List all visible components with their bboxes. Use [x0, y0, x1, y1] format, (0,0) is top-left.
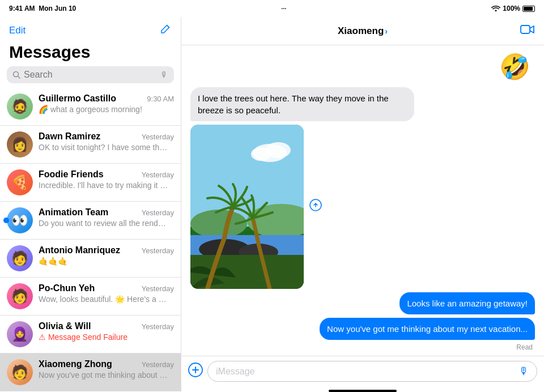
conversation-item-foodie[interactable]: 🍕 Foodie Friends Yesterday Incredible. I… [0, 164, 181, 202]
conv-content: Dawn Ramirez Yesterday OK to visit tonig… [39, 131, 174, 152]
conv-preview: OK to visit tonight? I have some things … [39, 143, 169, 152]
sidebar: Edit Messages 🎙 🧔 G [0, 17, 181, 392]
avatar-olivia: 🧕 [7, 321, 33, 347]
message-placeholder: iMessage [216, 367, 254, 377]
conv-top-row: Xiaomeng Zhong Yesterday [39, 359, 174, 369]
conv-content: Antonio Manriquez Yesterday 🤙🤙🤙 [39, 245, 174, 266]
status-indicators: 100% [491, 5, 535, 13]
avatar-guillermo: 🧔 [7, 93, 33, 120]
conv-name: Dawn Ramirez [39, 131, 100, 142]
conv-name: Olivia & Will [39, 321, 91, 331]
conv-time: 9:30 AM [147, 95, 174, 103]
conversation-item-guillermo[interactable]: 🧔 Guillermo Castillo 9:30 AM 🌈 what a go… [0, 88, 181, 126]
conv-name: Foodie Friends [39, 169, 104, 180]
conv-name: Guillermo Castillo [39, 93, 116, 104]
message-row: Now you've got me thinking about my next… [190, 318, 535, 340]
attachment-button[interactable] [188, 363, 203, 381]
chat-header: Xiaomeng › [181, 17, 544, 45]
message-bubble: I love the trees out here. The way they … [190, 87, 414, 121]
input-mic-button[interactable]: 🎙 [518, 365, 529, 377]
conv-top-row: Antonio Manriquez Yesterday [39, 245, 174, 255]
conv-preview: Wow, looks beautiful. 🌟 Here's a photo o… [39, 295, 169, 304]
avatar-pochun: 🧑 [7, 283, 33, 309]
conversation-item-olivia[interactable]: 🧕 Olivia & Will Yesterday ⚠ Message Send… [0, 316, 181, 353]
conversation-item-animation[interactable]: 👀 Animation Team Yesterday Do you want t… [0, 202, 181, 240]
conv-time: Yesterday [142, 133, 174, 141]
unread-dot [3, 218, 9, 223]
conv-content: Guillermo Castillo 9:30 AM 🌈 what a gorg… [39, 93, 174, 114]
conv-top-row: Dawn Ramirez Yesterday [39, 131, 174, 142]
conv-time: Yesterday [142, 322, 174, 331]
conv-content: Olivia & Will Yesterday ⚠ Message Send F… [39, 321, 174, 342]
conv-time: Yesterday [142, 246, 174, 255]
conv-top-row: Olivia & Will Yesterday [39, 321, 174, 331]
conversation-item-antonio[interactable]: 🧑 Antonio Manriquez Yesterday 🤙🤙🤙 [0, 240, 181, 278]
avatar-animation: 👀 [7, 207, 33, 233]
mic-icon: 🎙 [160, 70, 168, 79]
avatar-xiaomeng: 🧑 [7, 359, 33, 385]
battery-icon [522, 6, 535, 12]
battery-label: 100% [503, 5, 520, 12]
conv-preview: Now you've got me thinking about my next… [39, 370, 169, 380]
conv-preview: 🤙🤙🤙 [39, 257, 169, 266]
photo-message [190, 125, 304, 289]
conv-top-row: Guillermo Castillo 9:30 AM [39, 93, 174, 104]
conv-preview: ⚠ Message Send Failure [39, 333, 169, 342]
input-bar: iMessage 🎙 [181, 356, 544, 389]
edit-button[interactable]: Edit [9, 25, 26, 36]
conv-name: Antonio Manriquez [39, 245, 120, 255]
message-bubble: Looks like an amazing getaway! [400, 292, 535, 314]
message-row: I love the trees out here. The way they … [190, 87, 535, 121]
home-indicator [329, 390, 397, 392]
search-input[interactable] [24, 70, 157, 80]
conv-name: Xiaomeng Zhong [39, 359, 112, 369]
conv-time: Yesterday [142, 360, 174, 369]
avatar-dawn: 👩 [7, 131, 33, 157]
avatar-foodie: 🍕 [7, 169, 33, 195]
emoji-reaction: 🤣 [499, 52, 530, 82]
message-bubble: Now you've got me thinking about my next… [320, 318, 535, 340]
video-call-button[interactable] [520, 24, 535, 37]
search-icon [12, 71, 20, 79]
conv-content: Po-Chun Yeh Yesterday Wow, looks beautif… [39, 283, 174, 304]
conv-preview: Do you want to review all the renders to… [39, 219, 169, 228]
status-time: 9:41 AM Mon Jun 10 [9, 5, 76, 12]
status-bar: 9:41 AM Mon Jun 10 ··· 100% [0, 0, 544, 17]
search-bar[interactable]: 🎙 [7, 66, 174, 83]
conv-name: Animation Team [39, 207, 108, 218]
conversation-item-xiaomeng[interactable]: 🧑 Xiaomeng Zhong Yesterday Now you've go… [0, 353, 181, 391]
conv-top-row: Foodie Friends Yesterday [39, 169, 174, 180]
share-button[interactable] [309, 199, 322, 215]
conv-content: Foodie Friends Yesterday Incredible. I'l… [39, 169, 174, 190]
message-row: Looks like an amazing getaway! [190, 292, 535, 314]
status-dots: ··· [281, 5, 286, 12]
app-container: Edit Messages 🎙 🧔 G [0, 17, 544, 392]
conv-top-row: Animation Team Yesterday [39, 207, 174, 218]
contact-chevron: › [385, 27, 388, 36]
conv-content: Xiaomeng Zhong Yesterday Now you've got … [39, 359, 174, 380]
conversation-item-pochun[interactable]: 🧑 Po-Chun Yeh Yesterday Wow, looks beaut… [0, 278, 181, 316]
avatar-antonio: 🧑 [7, 245, 33, 271]
sidebar-title: Messages [0, 41, 181, 66]
svg-rect-1 [521, 25, 530, 33]
conv-content: Animation Team Yesterday Do you want to … [39, 207, 174, 228]
conv-time: Yesterday [142, 284, 174, 293]
conversation-list: 🧔 Guillermo Castillo 9:30 AM 🌈 what a go… [0, 88, 181, 392]
conv-preview: 🌈 what a gorgeous morning! [39, 105, 169, 114]
conv-preview: Incredible. I'll have to try making it m… [39, 181, 169, 190]
conv-time: Yesterday [142, 208, 174, 217]
sidebar-header: Edit [0, 17, 181, 41]
read-receipt: Read [190, 343, 533, 351]
conv-time: Yesterday [142, 171, 174, 179]
chat-messages: 🤣 I love the trees out here. The way the… [181, 45, 544, 356]
message-input-field[interactable]: iMessage 🎙 [207, 361, 537, 382]
wifi-icon [491, 5, 500, 13]
conversation-item-dawn[interactable]: 👩 Dawn Ramirez Yesterday OK to visit ton… [0, 126, 181, 164]
conv-top-row: Po-Chun Yeh Yesterday [39, 283, 174, 293]
conv-name: Po-Chun Yeh [39, 283, 95, 293]
chat-contact-name[interactable]: Xiaomeng › [338, 25, 388, 37]
chat-panel: Xiaomeng › 🤣 I love the trees out here. … [181, 17, 544, 392]
compose-button[interactable] [159, 23, 172, 38]
svg-point-11 [251, 147, 271, 161]
photo-image[interactable] [190, 125, 304, 289]
